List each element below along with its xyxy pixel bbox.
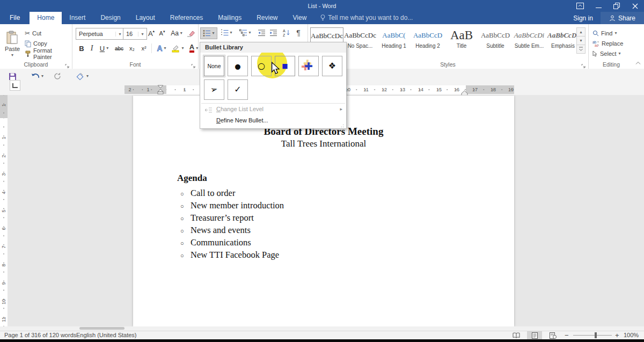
style-card[interactable]: AaBbCcDc No Spac...	[344, 27, 376, 53]
redo-button[interactable]	[54, 71, 61, 82]
ribbon-tab[interactable]: View	[286, 12, 314, 24]
ribbon-tab[interactable]: Mailings	[210, 12, 249, 24]
resize-grip-icon[interactable]	[341, 123, 345, 128]
replace-icon: abac	[592, 40, 599, 47]
read-mode-button[interactable]	[509, 331, 524, 339]
sign-in-button[interactable]: Sign in	[566, 14, 601, 22]
ruler-number: 2	[127, 85, 133, 94]
eraser-icon	[187, 30, 195, 37]
numbering-button[interactable]	[218, 27, 235, 38]
text-highlight-button[interactable]	[170, 43, 185, 54]
share-button[interactable]: Share	[601, 12, 644, 24]
font-dialog-launcher-icon[interactable]	[191, 61, 196, 67]
status-bar: Page 1 of 3 16 of 120 words English (Uni…	[0, 331, 644, 340]
grow-font-button[interactable]: A▴	[147, 28, 156, 39]
ribbon-tab[interactable]: Design	[93, 12, 128, 24]
list-item: ○ New TTI Facebook Page	[180, 250, 284, 262]
ribbon-tab[interactable]: References	[163, 12, 210, 24]
bullet-option[interactable]: ●	[228, 56, 248, 76]
styles-dialog-launcher-icon[interactable]	[581, 61, 587, 67]
style-card[interactable]: AaBbCcD Heading 2	[412, 27, 444, 53]
bullet-option[interactable]: ➢	[204, 79, 224, 100]
bullet-option[interactable]: ✓	[228, 79, 248, 100]
bullets-button[interactable]	[200, 27, 217, 39]
styles-scroll-down-icon[interactable]: ▾	[576, 36, 586, 45]
ribbon-tab[interactable]: Layout	[128, 12, 163, 24]
clipboard-dialog-launcher-icon[interactable]	[65, 61, 70, 67]
search-icon	[592, 30, 599, 37]
undo-button[interactable]	[31, 71, 43, 82]
styles-scroll-up-icon[interactable]: ▴	[576, 27, 586, 37]
zoom-in-button[interactable]: +	[615, 331, 619, 339]
increase-indent-button[interactable]	[268, 27, 279, 38]
web-layout-button[interactable]	[545, 331, 560, 339]
list-item: ○ New member introduction	[180, 200, 284, 213]
cut-button[interactable]: ✂ Cut	[25, 28, 41, 38]
style-card[interactable]: AaBbCcDi Subtle Em...	[513, 27, 545, 53]
paste-button[interactable]: Paste	[3, 27, 21, 61]
document-page[interactable]: Board of Directors Meeting Tall Trees In…	[133, 96, 514, 326]
bullet-option[interactable]: None	[204, 56, 224, 76]
zoom-slider-track[interactable]	[573, 335, 612, 336]
format-painter-button[interactable]: Format Painter	[25, 49, 72, 59]
style-card[interactable]: AaBbC( Heading 1	[378, 27, 410, 53]
shrink-font-button[interactable]: A▾	[157, 28, 167, 39]
language-indicator[interactable]: English (United States)	[76, 331, 137, 339]
sort-button[interactable]: AZ	[281, 27, 292, 38]
horizontal-scroll-thumb[interactable]	[79, 327, 125, 330]
styles-group-label: Styles	[308, 61, 588, 68]
ribbon-tab[interactable]: Home	[30, 12, 62, 24]
strikethrough-button[interactable]: abc	[113, 43, 125, 54]
styles-gallery-more-icon[interactable]	[576, 45, 586, 54]
ruler-number: 1	[182, 85, 187, 94]
style-card[interactable]: AaB Title	[445, 27, 478, 53]
word-count[interactable]: 16 of 120 words	[34, 331, 76, 339]
change-case-button[interactable]: Aa	[169, 28, 184, 39]
restore-icon[interactable]	[608, 0, 626, 12]
underline-button[interactable]: U	[97, 43, 111, 54]
ribbon-tab[interactable]: Review	[249, 12, 285, 24]
circle-bullet: ○	[180, 240, 191, 246]
change-list-level-item[interactable]: Change List Level	[200, 104, 346, 115]
circle-bullet: ○	[180, 203, 191, 209]
style-card[interactable]: AaBbCcD Subtitle	[479, 27, 511, 53]
collapse-ribbon-icon[interactable]	[635, 57, 641, 67]
text-effects-button[interactable]: A	[155, 43, 169, 54]
subscript-button[interactable]: x₂	[127, 43, 137, 54]
multilevel-list-button[interactable]	[237, 27, 254, 38]
minimize-icon[interactable]	[589, 0, 608, 12]
tell-me-box[interactable]: Tell me what you want to do...	[314, 12, 418, 24]
bullet-library-header: Bullet Library	[200, 42, 346, 53]
highlighter-icon	[171, 44, 180, 53]
font-family-select[interactable]: Perpetua	[76, 28, 125, 40]
pilcrow-button[interactable]: ¶	[294, 27, 303, 38]
print-layout-button[interactable]	[527, 331, 542, 339]
bullet-option[interactable]: ✚	[298, 56, 319, 76]
zoom-percentage[interactable]: 100%	[624, 331, 639, 339]
ruler-number: 11	[363, 85, 369, 94]
tab-stop-selector[interactable]	[10, 80, 20, 91]
italic-button[interactable]: I	[89, 43, 95, 54]
font-size-select[interactable]: 16	[123, 28, 147, 40]
ribbon-tab[interactable]: Insert	[62, 12, 93, 24]
bullet-option[interactable]: ○	[251, 56, 272, 76]
find-button[interactable]: Find	[592, 28, 617, 38]
zoom-slider-thumb[interactable]	[595, 332, 597, 338]
tab-file[interactable]: File	[0, 12, 30, 24]
ribbon-display-options-icon[interactable]	[571, 0, 589, 12]
vertical-ruler-number: 7	[1, 243, 6, 251]
page-indicator[interactable]: Page 1 of 3	[4, 331, 34, 339]
decrease-indent-button[interactable]	[256, 27, 267, 38]
define-new-bullet-item[interactable]: Define New Bullet...	[200, 115, 346, 126]
superscript-button[interactable]: x²	[139, 43, 149, 54]
bullet-option[interactable]: ❖	[322, 56, 342, 76]
select-button[interactable]: Select	[592, 49, 621, 59]
close-icon[interactable]	[626, 0, 644, 12]
horizontal-scrollbar[interactable]	[0, 326, 644, 331]
clear-formatting-button[interactable]	[185, 28, 196, 39]
zoom-out-button[interactable]: −	[565, 331, 569, 339]
style-card[interactable]: AaBbCcDi Emphasis	[547, 27, 579, 53]
touch-mouse-mode-button[interactable]	[75, 71, 89, 82]
replace-button[interactable]: abac Replace	[592, 39, 623, 48]
bold-button[interactable]: B	[78, 43, 85, 54]
